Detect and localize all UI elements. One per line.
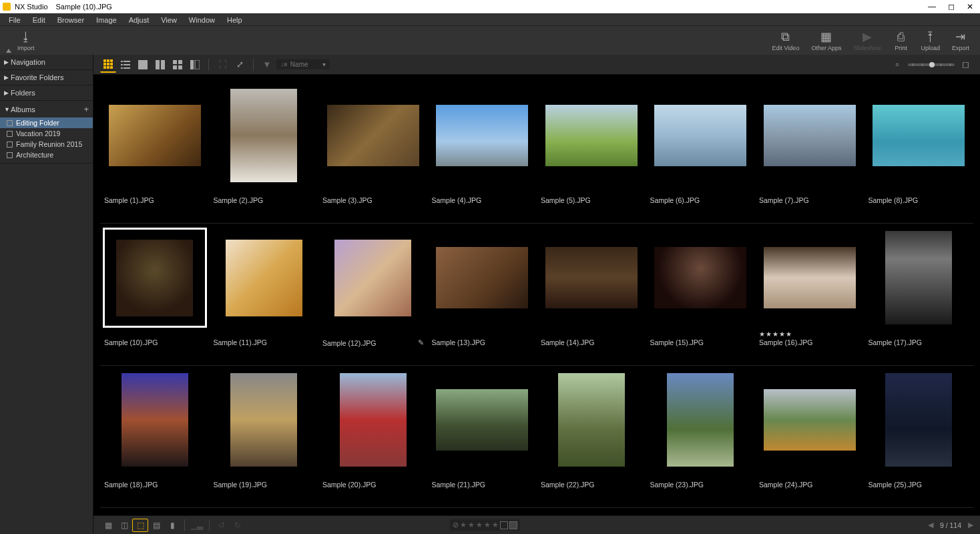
thumbnail-cell[interactable]: Sample (6).JPG bbox=[646, 81, 756, 224]
thumbnail-cell[interactable]: Sample (10).JPG bbox=[100, 224, 210, 366]
thumbnail-meta: Sample (18).JPG bbox=[103, 470, 207, 503]
thumbnail-filename: Sample (20).JPG bbox=[322, 481, 424, 489]
menu-browser[interactable]: Browser bbox=[53, 16, 89, 24]
thumbnail-rating bbox=[214, 188, 315, 196]
album-item[interactable]: Family Reunion 2015 bbox=[0, 139, 93, 150]
thumbnail-cell[interactable]: Sample (3).JPG bbox=[318, 81, 428, 224]
slider-knob[interactable] bbox=[929, 62, 935, 67]
bottom-btn-3[interactable]: ⬚ bbox=[132, 519, 148, 532]
menu-adjust[interactable]: Adjust bbox=[124, 16, 154, 24]
thumbnail-cell[interactable]: Sample (15).JPG bbox=[646, 224, 756, 366]
thumbnail-cell[interactable]: Sample (4).JPG bbox=[428, 81, 537, 224]
thumbnail-cell[interactable]: Sample (12).JPG✎ bbox=[318, 224, 428, 366]
thumbnail-cell[interactable]: Sample (5).JPG bbox=[537, 81, 646, 224]
maximize-button[interactable]: ◻ bbox=[948, 2, 955, 11]
thumbnail-cell[interactable]: Sample (23).JPG bbox=[646, 366, 756, 508]
thumbnail-box bbox=[867, 85, 971, 186]
thumbnail-cell[interactable]: Sample (11).JPG bbox=[210, 224, 319, 366]
thumbnail-size-slider[interactable] bbox=[908, 63, 955, 66]
menu-view[interactable]: View bbox=[156, 16, 182, 24]
minimize-button[interactable]: — bbox=[928, 2, 936, 11]
add-album-button[interactable]: + bbox=[83, 104, 89, 114]
label2-button[interactable] bbox=[509, 521, 517, 529]
menu-edit[interactable]: Edit bbox=[28, 16, 50, 24]
view-list-button[interactable] bbox=[117, 57, 134, 73]
thumbnail-cell[interactable]: Sample (18).JPG bbox=[100, 366, 210, 508]
zoom-fit-button[interactable]: ⛶ bbox=[214, 57, 230, 73]
view-split-vertical-button[interactable] bbox=[152, 57, 168, 73]
view-compare-button[interactable] bbox=[187, 57, 203, 73]
sidebar-section-folders[interactable]: ▶ Folders bbox=[0, 85, 93, 100]
import-button[interactable]: ⭳ Import bbox=[12, 30, 40, 51]
star-2-button[interactable]: ★ bbox=[468, 521, 475, 529]
thumb-small-button[interactable]: ▫ bbox=[889, 57, 905, 73]
thumb-large-button[interactable]: ◻ bbox=[957, 57, 973, 73]
close-button[interactable]: ✕ bbox=[967, 2, 973, 11]
thumbnail-image bbox=[230, 373, 297, 467]
thumbnail-cell[interactable]: Sample (7).JPG bbox=[755, 81, 865, 224]
fullscreen-button[interactable]: ⤢ bbox=[232, 57, 248, 73]
print-button[interactable]: ⎙ Print bbox=[887, 30, 914, 51]
thumbnail-box bbox=[758, 85, 862, 186]
filter-button[interactable]: ▼ bbox=[259, 57, 275, 73]
thumbnail-cell[interactable]: Sample (22).JPG bbox=[537, 366, 646, 508]
thumbnail-meta: Sample (10).JPG bbox=[103, 328, 207, 361]
clear-rating-button[interactable]: ⊘ bbox=[453, 521, 459, 529]
svg-rect-8 bbox=[110, 66, 113, 69]
export-button[interactable]: ⇥ Export bbox=[947, 30, 975, 51]
thumbnail-cell[interactable]: Sample (8).JPG bbox=[865, 81, 974, 224]
thumbnail-cell[interactable]: Sample (1).JPG bbox=[100, 81, 210, 224]
star-4-button[interactable]: ★ bbox=[484, 521, 491, 529]
thumbnail-image bbox=[116, 240, 193, 316]
view-grid-button[interactable] bbox=[100, 57, 116, 73]
thumbnail-meta: Sample (4).JPG bbox=[431, 186, 535, 219]
bottom-btn-2[interactable]: ◫ bbox=[116, 519, 132, 532]
prev-page-button[interactable]: ◀ bbox=[928, 521, 933, 529]
album-item[interactable]: Editing Folder bbox=[0, 117, 93, 128]
sort-dropdown[interactable]: ↓≡ Name ▾ bbox=[276, 59, 330, 69]
sidebar-section-navigation[interactable]: ▶ Navigation bbox=[0, 55, 93, 69]
bottom-btn-5[interactable]: ▮ bbox=[164, 519, 180, 532]
side-tab-indicator[interactable] bbox=[5, 26, 12, 55]
thumbnail-filename: Sample (19).JPG bbox=[214, 481, 315, 489]
thumbnail-cell[interactable]: Sample (13).JPG bbox=[428, 224, 537, 366]
thumbnail-image bbox=[334, 240, 411, 316]
bottom-btn-1[interactable]: ▦ bbox=[100, 519, 116, 532]
edit-video-button[interactable]: ⧉ Edit Video bbox=[767, 30, 805, 51]
star-5-button[interactable]: ★ bbox=[492, 521, 499, 529]
menu-image[interactable]: Image bbox=[91, 16, 121, 24]
thumbnail-cell[interactable]: Sample (21).JPG bbox=[428, 366, 537, 508]
thumbnail-box bbox=[649, 370, 753, 470]
album-item[interactable]: Vacation 2019 bbox=[0, 128, 93, 139]
thumbnail-cell[interactable]: Sample (2).JPG bbox=[210, 81, 319, 224]
star-3-button[interactable]: ★ bbox=[476, 521, 483, 529]
thumbnail-filename: Sample (12).JPG bbox=[322, 339, 415, 347]
upload-button[interactable]: ⭱ Upload bbox=[915, 30, 945, 51]
thumbnail-scroll[interactable]: Sample (1).JPGSample (2).JPGSample (3).J… bbox=[93, 75, 980, 515]
thumbnail-cell[interactable]: ★★★★★Sample (16).JPG bbox=[755, 224, 865, 366]
next-page-button[interactable]: ▶ bbox=[968, 521, 973, 529]
thumbnail-cell[interactable]: Sample (25).JPG bbox=[865, 366, 974, 508]
thumbnail-cell[interactable]: Sample (14).JPG bbox=[537, 224, 646, 366]
thumbnail-cell[interactable]: Sample (24).JPG bbox=[755, 366, 865, 508]
thumbnail-cell[interactable]: Sample (20).JPG bbox=[318, 366, 428, 508]
thumbnail-cell[interactable]: Sample (19).JPG bbox=[210, 366, 319, 508]
thumbnail-image bbox=[545, 105, 638, 166]
label-button[interactable] bbox=[500, 521, 508, 529]
menu-help[interactable]: Help bbox=[222, 16, 247, 24]
menu-window[interactable]: Window bbox=[184, 16, 220, 24]
thumbnail-cell[interactable]: Sample (17).JPG bbox=[865, 224, 974, 366]
sidebar-section-favorite[interactable]: ▶ Favorite Folders bbox=[0, 70, 93, 85]
thumbnail-box bbox=[103, 85, 207, 186]
menu-file[interactable]: File bbox=[4, 16, 25, 24]
bottom-btn-4[interactable]: ▤ bbox=[148, 519, 164, 532]
thumbnail-box bbox=[103, 228, 207, 328]
other-apps-button[interactable]: ▦ Other Apps bbox=[806, 30, 846, 51]
svg-rect-6 bbox=[103, 66, 106, 69]
view-single-button[interactable] bbox=[135, 57, 151, 73]
thumbnail-rating bbox=[432, 330, 533, 338]
star-1-button[interactable]: ★ bbox=[460, 521, 467, 529]
album-item[interactable]: Architecture bbox=[0, 150, 93, 160]
sidebar-section-albums[interactable]: ▼ Albums + bbox=[0, 101, 93, 117]
view-quad-button[interactable] bbox=[170, 57, 186, 73]
